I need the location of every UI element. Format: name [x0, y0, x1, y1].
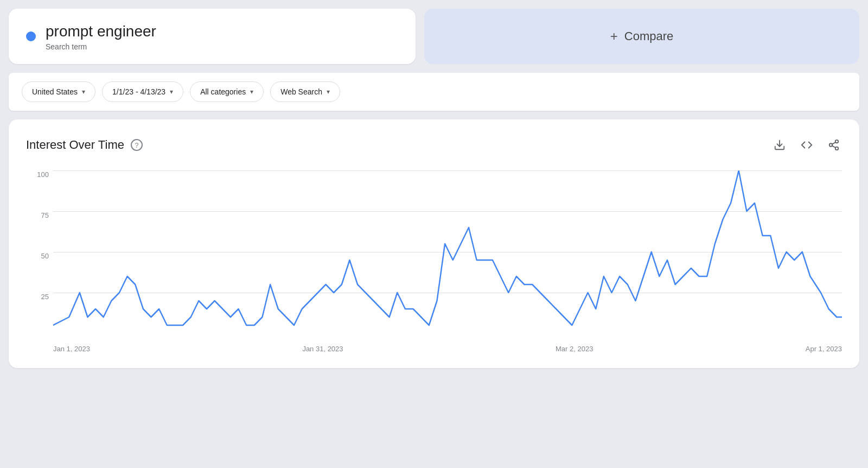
x-label-apr1: Apr 1, 2023 [806, 345, 842, 353]
chart-header: Interest Over Time ? [26, 137, 842, 153]
y-label-100: 100 [26, 170, 53, 179]
search-term-main: prompt engineer [46, 22, 156, 41]
chart-area: 100 75 50 25 Jan 1, 2023 Jan 31, 2023 Ma… [26, 170, 842, 355]
filters-bar: United States ▾ 1/1/23 - 4/13/23 ▾ All c… [9, 73, 859, 111]
chart-title-group: Interest Over Time ? [26, 138, 143, 152]
embed-button[interactable] [799, 137, 815, 153]
y-label-50: 50 [26, 252, 53, 260]
svg-line-4 [832, 146, 835, 148]
svg-line-5 [832, 142, 835, 144]
search-term-card: prompt engineer Search term [9, 9, 416, 64]
compare-plus-icon: + [610, 29, 618, 44]
search-term-text: prompt engineer Search term [46, 22, 156, 51]
search-term-sub-label: Search term [46, 42, 156, 51]
date-range-filter[interactable]: 1/1/23 - 4/13/23 ▾ [102, 81, 183, 102]
x-label-jan31: Jan 31, 2023 [302, 345, 343, 353]
share-button[interactable] [826, 137, 842, 153]
chart-section: Interest Over Time ? [9, 119, 859, 368]
x-label-jan1: Jan 1, 2023 [53, 345, 90, 353]
y-label-75: 75 [26, 211, 53, 219]
compare-label: Compare [624, 29, 673, 43]
location-filter[interactable]: United States ▾ [22, 81, 95, 102]
category-chevron-icon: ▾ [250, 88, 253, 96]
search-type-filter[interactable]: Web Search ▾ [270, 81, 340, 102]
chart-title: Interest Over Time [26, 138, 124, 152]
chart-canvas [53, 170, 842, 333]
compare-card[interactable]: + Compare [424, 9, 859, 64]
embed-icon [801, 139, 813, 151]
download-button[interactable] [771, 137, 788, 153]
y-axis: 100 75 50 25 [26, 170, 53, 333]
download-icon [774, 139, 786, 151]
x-axis: Jan 1, 2023 Jan 31, 2023 Mar 2, 2023 Apr… [53, 333, 842, 355]
date-range-chevron-icon: ▾ [170, 88, 173, 96]
search-type-label: Web Search [280, 87, 322, 96]
search-type-chevron-icon: ▾ [327, 88, 330, 96]
category-label: All categories [200, 87, 246, 96]
location-chevron-icon: ▾ [82, 88, 85, 96]
line-chart-svg [53, 170, 842, 333]
date-range-label: 1/1/23 - 4/13/23 [112, 87, 165, 96]
location-label: United States [32, 87, 78, 96]
x-label-mar2: Mar 2, 2023 [556, 345, 593, 353]
y-label-25: 25 [26, 293, 53, 301]
help-icon[interactable]: ? [131, 139, 143, 151]
category-filter[interactable]: All categories ▾ [190, 81, 264, 102]
share-icon [828, 139, 840, 151]
help-icon-label: ? [135, 141, 138, 149]
interest-line [53, 170, 842, 325]
search-term-dot [26, 31, 36, 41]
chart-actions [771, 137, 842, 153]
